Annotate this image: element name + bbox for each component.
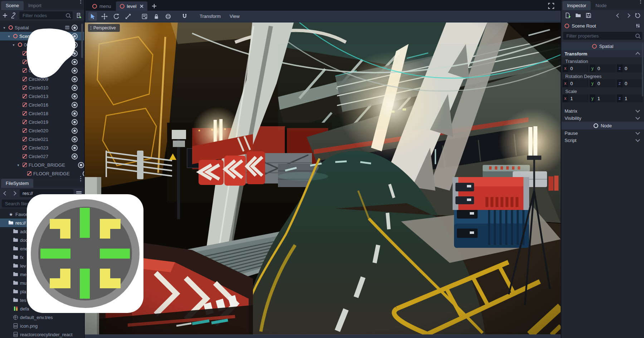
filter-nodes-field[interactable] xyxy=(19,11,73,19)
transform-menu[interactable]: Transform xyxy=(197,14,224,19)
current-path[interactable]: res:// xyxy=(20,189,73,197)
add-node-button[interactable] xyxy=(3,13,8,18)
scene-tree-row[interactable]: Circle021 xyxy=(0,135,84,143)
search-files-input[interactable] xyxy=(4,201,80,207)
visibility-eye-icon[interactable] xyxy=(78,162,84,168)
y-value-field[interactable]: y0 xyxy=(590,64,616,72)
filesystem-row[interactable]: lev xyxy=(0,261,84,270)
filesystem-row[interactable]: icon.png xyxy=(0,322,84,330)
scene-tree-row[interactable]: FLOOR_BRIDGE xyxy=(0,161,84,169)
new-resource-icon[interactable] xyxy=(565,12,571,19)
visibility-eye-icon[interactable] xyxy=(72,128,78,134)
scene-tree-row[interactable]: Circle010 xyxy=(0,83,84,92)
filesystem-row[interactable]: default_env.tres xyxy=(0,313,84,322)
filesystem-row[interactable]: Favorites xyxy=(0,210,84,219)
scene-tree-scrollbar[interactable] xyxy=(81,24,83,58)
filesystem-row[interactable]: doc xyxy=(0,236,84,244)
viewport-3d[interactable]: Perspective xyxy=(85,22,561,334)
object-tools-icon[interactable] xyxy=(635,23,641,29)
x-value-field[interactable]: x0 xyxy=(562,79,589,87)
close-tab-icon[interactable] xyxy=(140,4,143,8)
scene-dock-tab[interactable]: Scene xyxy=(1,1,24,10)
search-files-field[interactable] xyxy=(2,200,82,207)
display-mode-icon[interactable] xyxy=(76,191,82,192)
z-value-field[interactable]: z0 xyxy=(617,79,643,87)
visibility-eye-icon[interactable] xyxy=(72,102,78,108)
scene-tree-row[interactable]: Scene xyxy=(0,32,84,40)
scene-tree-row[interactable]: Circle013 xyxy=(0,92,84,101)
tool-group-button[interactable] xyxy=(164,12,172,21)
visibility-eye-icon[interactable] xyxy=(72,153,78,160)
filesystem-row[interactable]: res:// xyxy=(0,219,84,227)
collapsed-section-row[interactable]: Visibility xyxy=(561,114,644,122)
filter-properties-field[interactable] xyxy=(563,32,642,40)
filesystem-row[interactable]: ene xyxy=(0,244,84,253)
scene-tree-row[interactable]: Circle027 xyxy=(0,152,84,161)
expand-arrow-icon[interactable] xyxy=(2,26,6,30)
scene-tree-row[interactable]: E LL xyxy=(0,58,84,66)
save-resource-icon[interactable] xyxy=(585,12,592,19)
scene-dock-tab[interactable]: Import xyxy=(24,1,46,10)
visibility-eye-icon[interactable] xyxy=(72,145,78,151)
visibility-eye-icon[interactable] xyxy=(72,136,78,142)
scene-tab[interactable]: level xyxy=(116,1,148,11)
view-menu[interactable]: View xyxy=(227,14,243,19)
scene-tree-row[interactable]: Circle018 xyxy=(0,109,84,118)
bottom-panel-edge[interactable] xyxy=(85,334,561,338)
history-icon[interactable] xyxy=(635,13,641,19)
attach-script-button[interactable] xyxy=(75,13,82,19)
inspector-dock-tab[interactable]: Inspector xyxy=(562,1,591,10)
visibility-eye-icon[interactable] xyxy=(72,33,78,39)
history-forward-button[interactable] xyxy=(625,13,631,18)
tool-select-button[interactable] xyxy=(88,12,97,21)
new-scene-tab-button[interactable] xyxy=(152,4,157,9)
visibility-eye-icon[interactable] xyxy=(72,119,78,125)
history-back-button[interactable] xyxy=(615,13,621,18)
visibility-eye-icon[interactable] xyxy=(72,111,78,117)
scene-tree-row[interactable]: FLOOR_BRIDGE xyxy=(0,169,84,178)
visibility-eye-icon[interactable] xyxy=(72,25,78,31)
visibility-eye-icon[interactable] xyxy=(72,93,78,99)
category-node[interactable]: Node xyxy=(561,122,644,129)
collapsed-section-row[interactable]: Pause xyxy=(561,129,644,137)
scene-tree-row[interactable]: C xyxy=(0,49,84,58)
nav-back-button[interactable] xyxy=(3,190,8,196)
tool-lock-button[interactable] xyxy=(152,12,161,21)
scene-tree-row[interactable]: C xyxy=(0,66,84,75)
expand-arrow-icon[interactable] xyxy=(11,43,16,47)
projection-selector[interactable]: Perspective xyxy=(88,24,120,32)
tool-snap-magnet-button[interactable] xyxy=(180,12,189,21)
section-transform[interactable]: Transform xyxy=(561,50,644,57)
collapsed-section-row[interactable]: Matrix xyxy=(561,107,644,114)
filesystem-tab[interactable]: FileSystem xyxy=(1,179,33,188)
filesystem-row[interactable]: mu xyxy=(0,279,84,287)
y-value-field[interactable]: y1 xyxy=(590,94,616,102)
visibility-eye-icon[interactable] xyxy=(72,76,78,82)
scene-tree-row[interactable]: 00 xyxy=(0,40,84,49)
visibility-eye-icon[interactable] xyxy=(83,171,84,177)
scene-tab[interactable]: menu xyxy=(88,1,115,11)
x-value-field[interactable]: x0 xyxy=(562,64,589,72)
scene-tree-row[interactable]: Spatial xyxy=(0,23,84,32)
filesystem-row[interactable]: defa xyxy=(0,304,84,313)
visibility-eye-icon[interactable] xyxy=(72,42,78,48)
visibility-eye-icon[interactable] xyxy=(72,50,78,57)
scene-tree-row[interactable]: Circle016 xyxy=(0,101,84,109)
filesystem-row[interactable]: me xyxy=(0,270,84,279)
inspector-scrollbar[interactable] xyxy=(642,43,643,97)
filesystem-row[interactable]: tes xyxy=(0,296,84,304)
category-spatial[interactable]: Spatial xyxy=(561,42,644,50)
inspector-dock-tab[interactable]: Node xyxy=(591,1,611,10)
tool-scale-button[interactable] xyxy=(124,12,132,21)
visibility-eye-icon[interactable] xyxy=(72,59,78,65)
filesystem-menu-icon[interactable] xyxy=(80,176,81,177)
expand-arrow-icon[interactable] xyxy=(16,163,20,167)
z-value-field[interactable]: z1 xyxy=(617,94,643,102)
scene-tree-row[interactable]: Circle023 xyxy=(0,143,84,152)
nav-forward-button[interactable] xyxy=(11,190,17,196)
filesystem-row[interactable]: fx xyxy=(0,253,84,261)
filesystem-row[interactable]: pla xyxy=(0,287,84,296)
load-resource-folder-icon[interactable] xyxy=(575,12,581,19)
distraction-free-icon[interactable] xyxy=(548,3,555,9)
visibility-eye-icon[interactable] xyxy=(72,85,78,91)
